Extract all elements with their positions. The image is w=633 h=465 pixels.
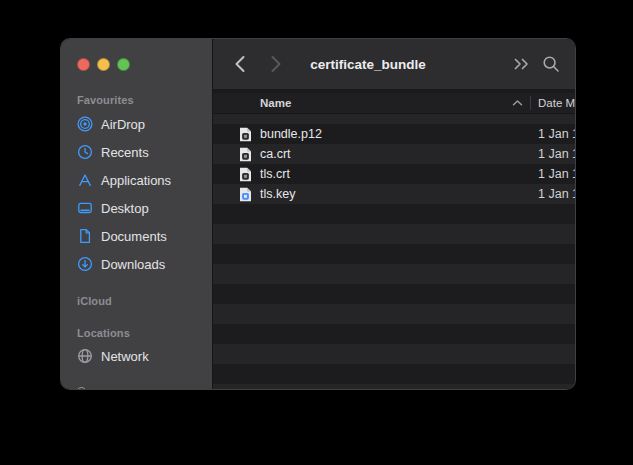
sidebar-item-airdrop[interactable]: AirDrop — [61, 111, 206, 137]
sidebar-section-label-favourites: Favourites — [77, 94, 134, 106]
search-icon[interactable] — [542, 55, 560, 73]
back-button[interactable] — [234, 56, 246, 73]
file-row-tls.key[interactable]: tls.key1 Jan 19 — [213, 184, 575, 204]
download-icon — [77, 256, 93, 272]
file-row-bundle.p12[interactable]: bundle.p121 Jan 19 — [213, 124, 575, 144]
finder-window: FavouritesAirDropRecentsApplicationsDesk… — [60, 38, 576, 390]
file-generic-icon — [239, 167, 252, 182]
sidebar-item-label: AirDrop — [101, 117, 145, 132]
sidebar-item-recents[interactable]: Recents — [61, 139, 206, 165]
sidebar-section-label-locations: Locations — [77, 327, 130, 339]
zoom-button[interactable] — [117, 58, 130, 71]
globe-icon — [77, 348, 93, 364]
file-name: tls.crt — [260, 164, 290, 184]
main-pane: certificate_bundle Name Date Mo bundle.p… — [212, 39, 575, 389]
file-date-modified: 1 Jan 19 — [538, 184, 576, 204]
sidebar-item-documents[interactable]: Documents — [61, 223, 206, 249]
sidebar-item-label: Downloads — [101, 257, 165, 272]
window-controls — [77, 58, 130, 71]
applications-icon — [77, 172, 93, 188]
sidebar: FavouritesAirDropRecentsApplicationsDesk… — [61, 39, 212, 389]
sidebar-item-label: Documents — [101, 229, 167, 244]
close-button[interactable] — [77, 58, 90, 71]
desktop-icon — [77, 200, 93, 216]
document-icon — [77, 228, 93, 244]
sidebar-item-applications[interactable]: Applications — [61, 167, 206, 193]
file-generic-icon — [239, 127, 252, 142]
sidebar-item-label: Network — [101, 349, 149, 364]
desktop-background: FavouritesAirDropRecentsApplicationsDesk… — [0, 0, 633, 465]
file-row-tls.crt[interactable]: tls.crt1 Jan 19 — [213, 164, 575, 184]
file-date-modified: 1 Jan 19 — [538, 144, 576, 164]
file-key-icon — [239, 187, 252, 202]
clock-icon — [77, 144, 93, 160]
file-name: ca.crt — [260, 144, 291, 164]
file-generic-icon — [239, 147, 252, 162]
airdrop-icon — [77, 116, 93, 132]
column-headers: Name Date Mo — [213, 93, 575, 114]
sidebar-item-label: Applications — [101, 173, 171, 188]
clipped-sidebar-icon — [76, 387, 87, 390]
file-list: bundle.p121 Jan 19ca.crt1 Jan 19tls.crt1… — [213, 114, 575, 389]
minimize-button[interactable] — [97, 58, 110, 71]
sidebar-item-label: Recents — [101, 145, 149, 160]
sidebar-item-network[interactable]: Network — [61, 343, 206, 369]
file-date-modified: 1 Jan 19 — [538, 164, 576, 184]
sidebar-item-downloads[interactable]: Downloads — [61, 251, 206, 277]
column-header-date[interactable]: Date Mo — [538, 93, 576, 113]
column-separator — [530, 96, 531, 110]
sidebar-item-label: Desktop — [101, 201, 149, 216]
double-chevron-icon[interactable] — [513, 57, 530, 71]
chevron-up-icon — [512, 99, 523, 107]
file-name: bundle.p12 — [260, 124, 322, 144]
file-row-ca.crt[interactable]: ca.crt1 Jan 19 — [213, 144, 575, 164]
sidebar-section-label-icloud: iCloud — [77, 295, 112, 307]
toolbar: certificate_bundle — [213, 39, 575, 89]
sidebar-item-desktop[interactable]: Desktop — [61, 195, 206, 221]
column-header-name[interactable]: Name — [260, 93, 291, 113]
file-date-modified: 1 Jan 19 — [538, 124, 576, 144]
forward-button[interactable] — [270, 56, 282, 73]
window-title: certificate_bundle — [310, 57, 426, 72]
file-name: tls.key — [260, 184, 295, 204]
